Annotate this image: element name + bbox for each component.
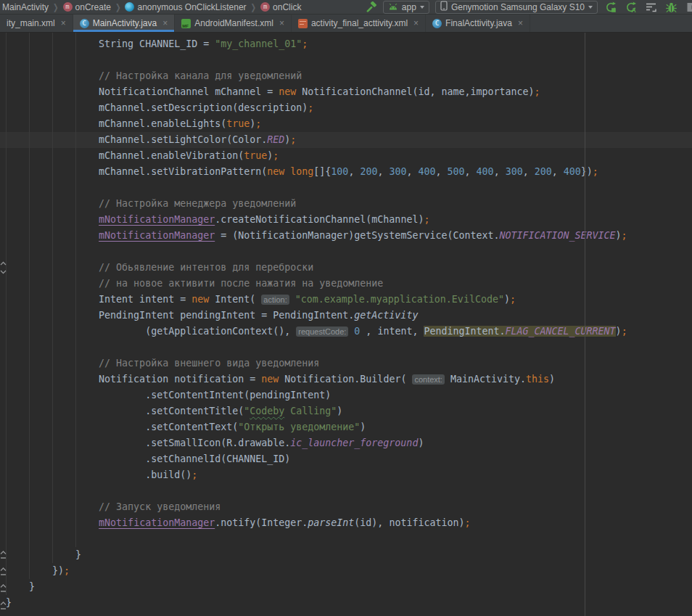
code-line[interactable]: mChannel.setVibrationPattern(new long[]{… bbox=[0, 164, 692, 180]
tab-finalacttivity-java[interactable]: CFinalActtivity.java× bbox=[426, 15, 530, 32]
code-line[interactable]: .setChannelId(CHANNEL_ID) bbox=[0, 451, 692, 467]
code-line[interactable]: .setContentTitle("Codeby Calling") bbox=[0, 403, 692, 419]
code-line[interactable]: // Настройка канала для уведомлений bbox=[0, 68, 692, 84]
code-line[interactable]: Notification notification = new Notifica… bbox=[0, 371, 692, 387]
code-line[interactable] bbox=[0, 244, 692, 260]
build-hammer-icon[interactable] bbox=[366, 1, 377, 13]
tab-ity-main-xml[interactable]: ity_main.xml× bbox=[0, 15, 73, 32]
close-icon[interactable]: × bbox=[518, 18, 523, 28]
java-class-icon: C bbox=[432, 19, 442, 28]
breadcrumb-label: onClick bbox=[273, 2, 301, 12]
code-line-caret[interactable]: mChannel.setLightColor(Color.RED); bbox=[0, 132, 692, 148]
close-icon[interactable]: × bbox=[279, 18, 284, 28]
profiler-icon[interactable] bbox=[646, 1, 657, 13]
breadcrumb-item[interactable]: monClick bbox=[260, 2, 301, 12]
editor-tab-bar: ity_main.xml×CMainActivity.java×MFAndroi… bbox=[0, 15, 692, 33]
fold-marker-icon[interactable] bbox=[0, 566, 7, 579]
breadcrumb-item[interactable]: anonymous OnClickListener bbox=[125, 2, 246, 12]
apply-changes-restart-icon[interactable] bbox=[605, 1, 617, 13]
tab-label: MainActivity.java bbox=[93, 18, 157, 28]
code-line[interactable]: } bbox=[0, 595, 692, 611]
tab-label: activity_final_acttivity.xml bbox=[311, 18, 408, 28]
run-action-icons: A bbox=[605, 1, 692, 13]
code-line[interactable]: mChannel.setDescription(description); bbox=[0, 100, 692, 116]
code-line[interactable]: PendingIntent pendingIntent = PendingInt… bbox=[0, 308, 692, 324]
code-line[interactable]: } bbox=[0, 547, 692, 563]
tab-mainactivity-java[interactable]: CMainActivity.java× bbox=[73, 15, 176, 32]
code-line[interactable]: .setSmallIcon(R.drawable.ic_launcher_for… bbox=[0, 435, 692, 451]
code-line[interactable] bbox=[0, 483, 692, 499]
run-configuration-select[interactable]: app bbox=[383, 1, 429, 14]
code-line[interactable]: // на новое активити после нажатия на ув… bbox=[0, 276, 692, 292]
code-line[interactable] bbox=[0, 180, 692, 196]
close-icon[interactable]: × bbox=[162, 18, 168, 28]
tab-activity-final-acttivity-xml[interactable]: activity_final_acttivity.xml× bbox=[292, 15, 426, 32]
code-line[interactable]: Intent intent = new Intent( action: "com… bbox=[0, 292, 692, 308]
code-line[interactable]: NotificationChannel mChannel = new Notif… bbox=[0, 84, 692, 100]
phone-icon bbox=[440, 1, 448, 13]
code-line[interactable]: mChannel.enableVibration(true); bbox=[0, 148, 692, 164]
tab-label: ity_main.xml bbox=[7, 18, 55, 28]
apply-code-changes-icon[interactable]: A bbox=[625, 1, 637, 13]
device-select[interactable]: Genymotion Samsung Galaxy S10 bbox=[435, 1, 598, 14]
code-lines[interactable]: String CHANNEL_ID = "my_channel_01"; // … bbox=[0, 33, 692, 611]
profile-icon[interactable] bbox=[685, 1, 692, 13]
tab-label: FinalActtivity.java bbox=[445, 18, 512, 28]
code-line[interactable]: // Настройка менеджера уведомлений bbox=[0, 196, 692, 212]
breadcrumb-item[interactable]: MainActivity bbox=[2, 2, 49, 12]
code-line[interactable]: mNotificationManager.createNotificationC… bbox=[0, 212, 692, 228]
method-icon: m bbox=[63, 2, 73, 12]
device-label: Genymotion Samsung Galaxy S10 bbox=[451, 2, 585, 12]
chevron-down-icon bbox=[420, 6, 424, 9]
code-line[interactable] bbox=[0, 531, 692, 547]
fold-marker-icon[interactable] bbox=[0, 583, 7, 596]
breadcrumb-separator-icon: ❯ bbox=[251, 2, 257, 12]
tab-label: AndroidManifest.xml bbox=[194, 18, 273, 28]
code-line[interactable] bbox=[0, 52, 692, 68]
code-line[interactable]: } bbox=[0, 579, 692, 595]
layout-xml-icon bbox=[298, 19, 308, 28]
code-line[interactable]: (getApplicationContext(), requestCode: 0… bbox=[0, 324, 692, 340]
breadcrumb-item[interactable]: monCreate bbox=[63, 2, 111, 12]
java-class-icon: C bbox=[80, 19, 89, 28]
code-line[interactable] bbox=[0, 340, 692, 356]
code-line[interactable]: mChannel.enableLights(true); bbox=[0, 116, 692, 132]
fold-marker-icon[interactable] bbox=[0, 260, 7, 279]
run-toolbar: app Genymotion Samsung Galaxy S10 bbox=[360, 0, 692, 14]
code-line[interactable]: // Запуск уведомления bbox=[0, 499, 692, 515]
tab-androidmanifest-xml[interactable]: MFAndroidManifest.xml× bbox=[175, 15, 292, 32]
code-line[interactable]: .setContentIntent(pendingIntent) bbox=[0, 387, 692, 403]
close-icon[interactable]: × bbox=[61, 18, 66, 28]
code-line[interactable]: // Настройка внешнего вида уведомления bbox=[0, 356, 692, 371]
code-line[interactable]: mNotificationManager = (NotificationMana… bbox=[0, 228, 692, 244]
code-line[interactable]: .build(); bbox=[0, 467, 692, 483]
android-studio-window: MainActivity❯monCreate❯anonymous OnClick… bbox=[0, 0, 692, 616]
fold-marker-icon[interactable] bbox=[0, 600, 7, 613]
breadcrumb-label: onCreate bbox=[75, 2, 111, 12]
code-line[interactable]: }); bbox=[0, 563, 692, 579]
code-line[interactable]: // Обьявление интентов для переброски bbox=[0, 260, 692, 276]
breadcrumb-label: anonymous OnClickListener bbox=[137, 2, 246, 12]
code-line[interactable]: String CHANNEL_ID = "my_channel_01"; bbox=[0, 36, 692, 52]
method-icon: m bbox=[260, 2, 270, 12]
svg-text:A: A bbox=[632, 7, 636, 13]
run-configuration-label: app bbox=[402, 2, 416, 12]
breadcrumb-separator-icon: ❯ bbox=[115, 2, 121, 12]
chevron-down-icon bbox=[588, 6, 593, 9]
fold-marker-icon[interactable] bbox=[0, 549, 7, 562]
main-toolbar: MainActivity❯monCreate❯anonymous OnClick… bbox=[0, 0, 692, 15]
breadcrumb-separator-icon: ❯ bbox=[53, 2, 59, 12]
android-icon bbox=[388, 2, 398, 12]
code-line[interactable]: .setContentText("Открыть уведомление") bbox=[0, 419, 692, 435]
code-line[interactable]: mNotificationManager.notify(Integer.pars… bbox=[0, 515, 692, 531]
anonymous-class-icon bbox=[125, 2, 134, 12]
debug-icon[interactable] bbox=[666, 1, 677, 13]
breadcrumb-label: MainActivity bbox=[2, 2, 49, 12]
manifest-icon: MF bbox=[181, 19, 191, 28]
code-editor[interactable]: String CHANNEL_ID = "my_channel_01"; // … bbox=[0, 33, 692, 616]
breadcrumb: MainActivity❯monCreate❯anonymous OnClick… bbox=[2, 2, 301, 12]
close-icon[interactable]: × bbox=[413, 18, 419, 28]
